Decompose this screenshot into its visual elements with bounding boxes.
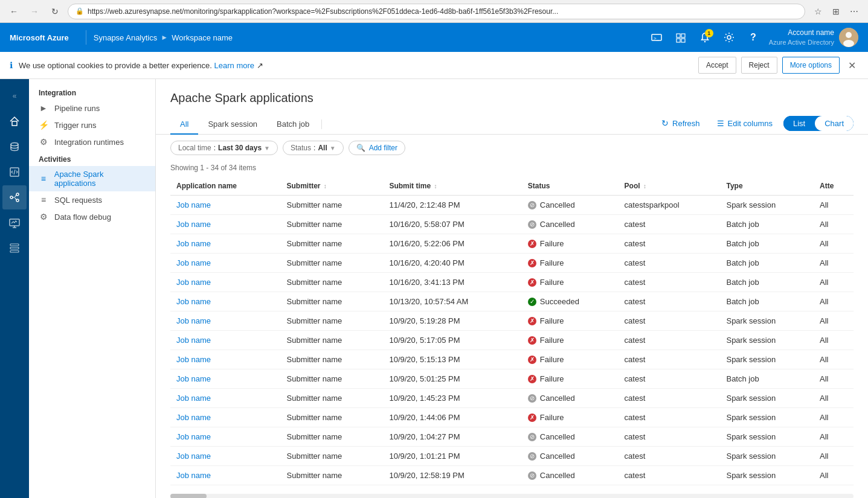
job-name-link[interactable]: Job name <box>176 200 211 209</box>
submitter-cell: Submitter name <box>281 254 384 273</box>
more-options-button[interactable]: More options <box>782 57 840 74</box>
cookie-actions: Accept Reject More options <box>698 57 840 74</box>
tab-all[interactable]: All <box>170 115 198 135</box>
time-filter-label: Local time <box>178 144 211 152</box>
status-filter-colon: : <box>313 144 315 152</box>
tab-spark-session[interactable]: Spark session <box>198 115 267 135</box>
develop-icon-button[interactable] <box>2 160 27 184</box>
job-name-cell: Job name <box>170 273 281 292</box>
avatar[interactable] <box>839 28 858 47</box>
edit-columns-button[interactable]: ☰ Edit columns <box>711 117 779 130</box>
atte-cell: All <box>814 369 854 389</box>
submit-time-cell: 10/16/20, 4:20:40 PM <box>383 254 521 273</box>
cookie-close-button[interactable]: ✕ <box>846 60 858 71</box>
home-icon-button[interactable] <box>2 109 27 133</box>
settings-button[interactable] <box>718 27 740 48</box>
job-name-link[interactable]: Job name <box>176 452 211 461</box>
learn-more-link[interactable]: Learn more <box>214 61 254 70</box>
list-view-button[interactable]: List <box>783 116 815 131</box>
info-icon: ℹ <box>10 60 13 70</box>
edit-columns-icon: ☰ <box>717 119 724 128</box>
table-row: Job name Submitter name 10/9/20, 1:04:27… <box>170 427 854 447</box>
job-name-link[interactable]: Job name <box>176 413 211 422</box>
col-submit-time[interactable]: Submit time ↕ <box>383 177 521 196</box>
status-cell: ⊘ Cancelled <box>522 447 619 466</box>
tab-grid-button[interactable]: ⊞ <box>828 4 844 19</box>
scrollbar-thumb[interactable] <box>170 494 207 498</box>
breadcrumb-arrow: ► <box>161 33 168 42</box>
sidebar-item-pipeline-runs[interactable]: ► Pipeline runs <box>29 100 155 117</box>
status-icon: ✗ <box>528 336 536 345</box>
cloud-shell-button[interactable]: >_ <box>646 27 667 48</box>
job-name-link[interactable]: Job name <box>176 374 211 383</box>
accept-button[interactable]: Accept <box>698 57 736 74</box>
help-button[interactable]: ? <box>742 27 764 48</box>
svg-rect-2 <box>677 34 680 37</box>
data-icon-button[interactable] <box>2 135 27 159</box>
back-button[interactable]: ← <box>6 4 22 19</box>
job-name-link[interactable]: Job name <box>176 355 211 364</box>
table-row: Job name Submitter name 10/9/20, 12:58:1… <box>170 466 854 485</box>
col-submitter[interactable]: Submitter ↕ <box>281 177 384 196</box>
sidebar-item-data-flow-debug[interactable]: ⚙ Data flow debug <box>29 208 155 225</box>
add-filter-button[interactable]: 🔍 Add filter <box>349 141 405 155</box>
pool-cell: catestsparkpool <box>619 196 721 215</box>
job-name-link[interactable]: Job name <box>176 336 211 345</box>
workspace-link[interactable]: Workspace name <box>172 33 233 42</box>
svg-text:>_: >_ <box>654 36 660 41</box>
submit-time-cell: 10/16/20, 5:58:07 PM <box>383 215 521 234</box>
status-icon: ✗ <box>528 413 536 422</box>
monitor-icon-button[interactable] <box>2 211 27 235</box>
horizontal-scrollbar[interactable] <box>170 494 854 498</box>
manage-icon-button[interactable] <box>2 236 27 260</box>
submit-time-cell: 10/9/20, 5:15:13 PM <box>383 350 521 369</box>
bookmark-button[interactable]: ☆ <box>810 4 826 19</box>
directory-button[interactable] <box>670 27 692 48</box>
job-name-link[interactable]: Job name <box>176 239 211 248</box>
sidebar-item-integration-runtimes[interactable]: ⚙ Integration runtimes <box>29 133 155 150</box>
job-name-cell: Job name <box>170 369 281 389</box>
submit-time-cell: 10/13/20, 10:57:54 AM <box>383 292 521 311</box>
integrate-icon-button[interactable] <box>2 185 27 209</box>
job-name-link[interactable]: Job name <box>176 297 211 306</box>
job-name-link[interactable]: Job name <box>176 316 211 325</box>
refresh-button[interactable]: ↻ Refresh <box>655 116 706 130</box>
notifications-button[interactable]: 1 <box>694 27 716 48</box>
expand-sidebar-button[interactable]: « <box>2 84 27 108</box>
svg-rect-11 <box>12 121 17 126</box>
content-header: Apache Spark applications <box>156 79 868 115</box>
sidebar-item-trigger-runs[interactable]: ⚡ Trigger runs <box>29 117 155 133</box>
status-filter-chip[interactable]: Status : All ▼ <box>283 141 344 155</box>
reject-button[interactable]: Reject <box>741 57 777 74</box>
status-cell: ✗ Failure <box>522 254 619 273</box>
forward-button[interactable]: → <box>27 4 42 19</box>
job-name-link[interactable]: Job name <box>176 258 211 267</box>
status-icon: ✗ <box>528 278 536 287</box>
address-bar[interactable]: 🔒 https://web.azuresynapse.net/monitorin… <box>68 4 805 19</box>
time-filter-chip[interactable]: Local time : Last 30 days ▼ <box>170 141 278 155</box>
sql-requests-icon: ≡ <box>39 195 48 205</box>
sidebar-item-apache-spark[interactable]: ≡ Apache Spark applications <box>29 166 155 191</box>
pool-cell: catest <box>619 369 721 389</box>
apache-spark-icon: ≡ <box>39 174 48 184</box>
status-text: Failure <box>540 278 564 287</box>
job-name-link[interactable]: Job name <box>176 220 211 229</box>
reload-button[interactable]: ↻ <box>47 4 63 19</box>
svg-point-7 <box>727 36 731 39</box>
job-name-link[interactable]: Job name <box>176 471 211 480</box>
job-name-cell: Job name <box>170 311 281 331</box>
submitter-cell: Submitter name <box>281 215 384 234</box>
col-pool[interactable]: Pool ↕ <box>619 177 721 196</box>
status-cell: ⊘ Cancelled <box>522 389 619 408</box>
menu-button[interactable]: ⋯ <box>846 4 862 19</box>
chart-view-button[interactable]: Chart <box>815 116 854 131</box>
job-name-link[interactable]: Job name <box>176 432 211 441</box>
synapse-link[interactable]: Synapse Analytics <box>94 33 158 42</box>
job-name-link[interactable]: Job name <box>176 394 211 403</box>
edit-columns-label: Edit columns <box>728 119 773 128</box>
table-row: Job name Submitter name 10/9/20, 5:15:13… <box>170 350 854 369</box>
sidebar-item-sql-requests[interactable]: ≡ SQL requests <box>29 191 155 208</box>
job-name-link[interactable]: Job name <box>176 278 211 287</box>
tab-batch-job[interactable]: Batch job <box>267 115 319 135</box>
job-name-cell: Job name <box>170 350 281 369</box>
